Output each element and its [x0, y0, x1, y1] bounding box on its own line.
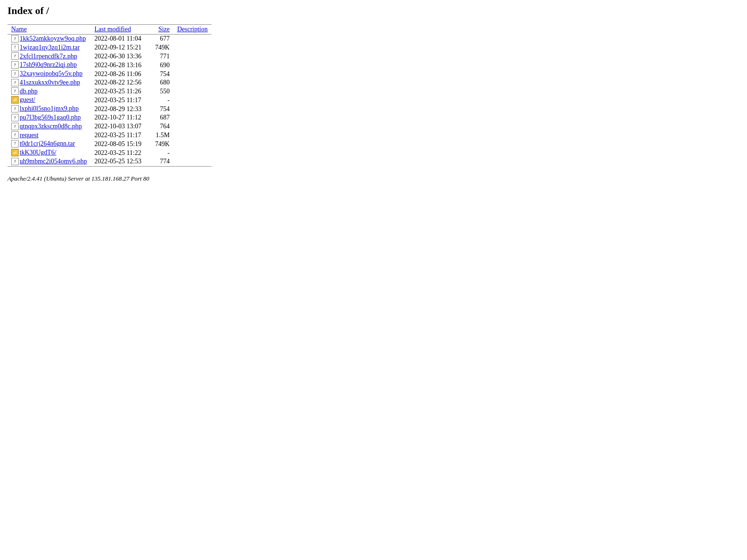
sort-by-description[interactable]: Description	[177, 26, 207, 33]
archive-icon: ?	[11, 140, 19, 147]
file-icon: ?	[11, 52, 19, 60]
table-row: ?pu7l3bg569s1gaq0.php2022-10-27 11:12687	[7, 113, 211, 122]
file-modified: 2022-03-25 11:26	[91, 87, 151, 96]
file-icon: ?	[11, 61, 19, 69]
file-size: 1.5M	[151, 131, 173, 140]
table-row: ?1wjzaq1qy3zq1i2m.tar2022-09-12 15:21749…	[7, 43, 211, 52]
file-description	[173, 131, 211, 140]
table-row: ?uh9mbmc2i054omv6.php2022-05-25 12:53774	[7, 157, 211, 166]
file-modified: 2022-06-28 13:16	[91, 61, 151, 70]
table-row: ?db.php2022-03-25 11:26550	[7, 87, 211, 96]
page-title: Index of /	[7, 5, 740, 17]
file-modified: 2022-08-05 15:19	[91, 140, 151, 148]
file-size: 677	[151, 35, 173, 43]
file-description	[173, 148, 211, 157]
sort-by-modified[interactable]: Last modified	[94, 26, 131, 33]
file-icon: ?	[11, 35, 19, 42]
file-description	[173, 43, 211, 52]
file-link[interactable]: tkK30UgdT6/	[20, 149, 56, 156]
file-description	[173, 70, 211, 78]
file-link[interactable]: 41szxukxx0vtv9ee.php	[20, 79, 80, 86]
file-link[interactable]: db.php	[20, 88, 38, 95]
file-size: 687	[151, 113, 173, 122]
file-description	[173, 140, 211, 148]
table-row: ?2xfcl1rpencdfk7z.php2022-06-30 13:36771	[7, 52, 211, 61]
file-description	[173, 122, 211, 131]
file-size: 550	[151, 87, 173, 96]
folder-icon: 📁	[11, 149, 19, 156]
archive-icon: ?	[11, 44, 19, 51]
file-link[interactable]: uh9mbmc2i054omv6.php	[20, 158, 87, 165]
sort-by-name[interactable]: Name	[11, 26, 27, 33]
file-modified: 2022-03-25 11:17	[91, 131, 151, 140]
file-description	[173, 113, 211, 122]
file-listing-table: Name Last modified Size Description ?1kk…	[7, 24, 211, 170]
file-size: 749K	[151, 43, 173, 52]
file-size: 764	[151, 122, 173, 131]
file-size: -	[151, 148, 173, 157]
file-description	[173, 78, 211, 87]
file-link[interactable]: 17sh9j0q9nrz2iqj.php	[20, 61, 77, 68]
file-icon: ?	[11, 114, 19, 121]
file-size: 749K	[151, 140, 173, 148]
file-link[interactable]: request	[20, 132, 38, 139]
table-row: ?41szxukxx0vtv9ee.php2022-08-22 12:56680	[7, 78, 211, 87]
file-modified: 2022-03-25 11:17	[91, 96, 151, 105]
file-link[interactable]: t0dr1crj264n6gnn.tar	[20, 140, 75, 147]
file-icon: ?	[11, 105, 19, 112]
file-description	[173, 52, 211, 61]
file-modified: 2022-06-30 13:36	[91, 52, 151, 61]
file-modified: 2022-05-25 12:53	[91, 157, 151, 166]
table-row: ?lxphi0l5sno1jmx9.php2022-08-29 12:33754	[7, 105, 211, 113]
file-size: 690	[151, 61, 173, 70]
table-row: ?32xaywoipobq5v5v.php2022-08-26 11:06754	[7, 70, 211, 78]
table-row: ?1kk52amkkoyzw9oq.php2022-08-01 11:04677	[7, 35, 211, 43]
file-modified: 2022-10-27 11:12	[91, 113, 151, 122]
file-description	[173, 96, 211, 105]
file-modified: 2022-03-25 11:22	[91, 148, 151, 157]
server-footer: Apache/2.4.41 (Ubuntu) Server at 135.181…	[7, 175, 740, 182]
folder-icon: 📁	[11, 96, 19, 104]
file-link[interactable]: guest/	[20, 96, 35, 103]
file-size: 754	[151, 105, 173, 113]
file-link[interactable]: qtnqpx3zkscm0d8c.php	[20, 123, 82, 130]
file-modified: 2022-09-12 15:21	[91, 43, 151, 52]
table-row: 📁guest/2022-03-25 11:17-	[7, 96, 211, 105]
file-modified: 2022-08-01 11:04	[91, 35, 151, 43]
file-description	[173, 157, 211, 166]
file-icon: ?	[11, 79, 19, 86]
file-size: 774	[151, 157, 173, 166]
file-icon: ?	[11, 123, 19, 130]
file-link[interactable]: 1kk52amkkoyzw9oq.php	[20, 35, 86, 42]
file-modified: 2022-10-03 13:07	[91, 122, 151, 131]
table-row: ?17sh9j0q9nrz2iqj.php2022-06-28 13:16690	[7, 61, 211, 70]
file-link[interactable]: lxphi0l5sno1jmx9.php	[20, 105, 78, 112]
sort-by-size[interactable]: Size	[158, 26, 169, 33]
file-modified: 2022-08-22 12:56	[91, 78, 151, 87]
file-size: 771	[151, 52, 173, 61]
table-row: ?t0dr1crj264n6gnn.tar2022-08-05 15:19749…	[7, 140, 211, 148]
table-row: ?request2022-03-25 11:171.5M	[7, 131, 211, 140]
file-icon: ?	[11, 158, 19, 165]
file-icon: ?	[11, 131, 19, 139]
file-icon: ?	[11, 87, 19, 95]
table-header-row: Name Last modified Size Description	[7, 25, 211, 35]
file-link[interactable]: 32xaywoipobq5v5v.php	[20, 70, 83, 77]
file-description	[173, 105, 211, 113]
file-description	[173, 35, 211, 43]
table-row: 📁tkK30UgdT6/2022-03-25 11:22-	[7, 148, 211, 157]
table-row: ?qtnqpx3zkscm0d8c.php2022-10-03 13:07764	[7, 122, 211, 131]
file-modified: 2022-08-26 11:06	[91, 70, 151, 78]
file-link[interactable]: 2xfcl1rpencdfk7z.php	[20, 53, 77, 60]
file-description	[173, 87, 211, 96]
file-link[interactable]: pu7l3bg569s1gaq0.php	[20, 114, 81, 121]
file-icon: ?	[11, 70, 19, 77]
file-link[interactable]: 1wjzaq1qy3zq1i2m.tar	[20, 44, 80, 51]
file-size: 680	[151, 78, 173, 87]
file-description	[173, 61, 211, 70]
file-modified: 2022-08-29 12:33	[91, 105, 151, 113]
file-size: -	[151, 96, 173, 105]
file-size: 754	[151, 70, 173, 78]
